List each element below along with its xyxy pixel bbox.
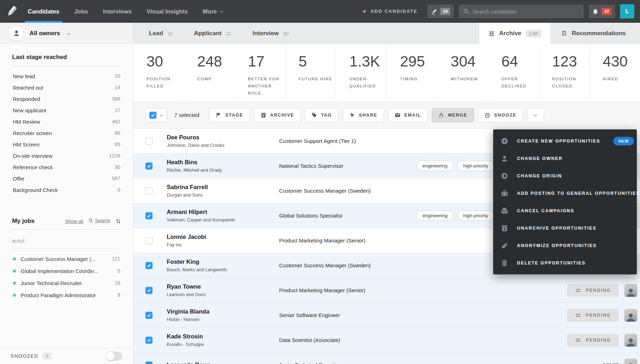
candidate-identity: Ryan Towne Leannon and Sons bbox=[167, 283, 279, 297]
row-checkbox[interactable] bbox=[145, 362, 153, 364]
row-checkbox[interactable] bbox=[145, 312, 153, 319]
pipeline-tab[interactable]: Applicant 11 bbox=[183, 23, 242, 44]
bulk-action-button[interactable]: ARCHIVE bbox=[254, 108, 301, 122]
stat-card[interactable]: 1.3K UNDER-QUALIFIED bbox=[336, 44, 387, 102]
row-checkbox[interactable] bbox=[145, 287, 153, 294]
bulk-action-button[interactable]: EMAIL bbox=[388, 108, 428, 122]
bulk-action-button[interactable]: SHARE bbox=[343, 108, 384, 122]
show-all-link[interactable]: Show all bbox=[65, 219, 83, 224]
stage-count: 398 bbox=[112, 96, 120, 102]
notifications-button[interactable]: 32 bbox=[589, 5, 615, 18]
stat-value: 123 bbox=[552, 53, 587, 70]
candidate-company: Volkman, Casper and Konopelski bbox=[167, 217, 279, 223]
menu-item[interactable]: CREATE NEW OPPORTUNITIES NEW bbox=[493, 132, 637, 150]
row-checkbox[interactable] bbox=[145, 187, 153, 194]
stat-card[interactable]: 430 HIRED bbox=[590, 44, 640, 102]
stage-filter-item[interactable]: Reference check 30 bbox=[12, 161, 121, 173]
stat-card[interactable]: 30 POSITION FILLED bbox=[133, 44, 184, 102]
stage-filter-item[interactable]: Recruiter screen 86 bbox=[12, 127, 121, 139]
select-all-dropdown[interactable] bbox=[145, 108, 167, 122]
person-silhouette-icon bbox=[625, 337, 636, 347]
row-checkbox[interactable] bbox=[145, 337, 153, 344]
pending-badge[interactable]: PENDING bbox=[567, 334, 619, 347]
pending-label: PENDING bbox=[586, 313, 611, 318]
menu-item[interactable]: UNARCHIVE OPPORTUNITIES bbox=[493, 219, 637, 237]
bulk-action-button[interactable]: STAGE bbox=[209, 108, 250, 122]
bulk-action-button[interactable]: TAG bbox=[305, 108, 338, 122]
stat-card[interactable]: 64 OFFER DECLINED bbox=[488, 44, 539, 102]
candidate-position: Customer Success Manager (Sweden) bbox=[279, 188, 404, 194]
row-checkbox[interactable] bbox=[145, 138, 153, 145]
nav-item[interactable]: Jobs bbox=[74, 0, 88, 23]
nav-item[interactable]: Candidates bbox=[28, 0, 59, 23]
nav-item[interactable]: More bbox=[203, 0, 223, 23]
candidate-row[interactable]: Leonardo Rowe Junior Technical Recruiter… bbox=[133, 353, 640, 364]
stat-card[interactable]: 123 POSITION CLOSED bbox=[539, 44, 590, 102]
stat-card[interactable]: 17 BETTER FOR ANOTHER ROLE bbox=[235, 44, 286, 102]
tag-pill[interactable]: engineering bbox=[416, 210, 454, 221]
menu-item[interactable]: CANCEL CAMPAIGNS bbox=[493, 202, 637, 219]
snoozed-toggle[interactable] bbox=[106, 352, 122, 361]
jobs-search-link[interactable]: Search bbox=[89, 218, 110, 223]
stage-filter-item[interactable]: Reached out 14 bbox=[12, 82, 121, 93]
candidate-row[interactable]: Ryan Towne Leannon and Sons Product Mark… bbox=[133, 278, 640, 303]
candidate-position: Junior Technical Recruiter bbox=[279, 362, 404, 364]
row-checkbox[interactable] bbox=[145, 162, 153, 170]
bulk-action-button[interactable]: MERGE bbox=[432, 108, 474, 122]
person-silhouette-icon bbox=[625, 362, 636, 364]
tag-pill[interactable]: high-priority bbox=[457, 161, 495, 171]
user-avatar[interactable]: L bbox=[620, 4, 634, 18]
menu-item[interactable]: ADD POSTING TO GENERAL OPPORTUNITIES bbox=[493, 184, 637, 202]
menu-item[interactable]: ANONYMIZE OPPORTUNITIES bbox=[493, 237, 637, 254]
stage-label: Offer bbox=[13, 176, 25, 182]
stage-filter-item[interactable]: Background Check 0 bbox=[12, 184, 121, 196]
add-candidate-button[interactable]: ADD CANDIDATE bbox=[362, 9, 417, 14]
row-checkbox[interactable] bbox=[145, 237, 153, 244]
search-input[interactable] bbox=[473, 9, 579, 15]
pipeline-tab[interactable]: Lead 11 bbox=[138, 23, 183, 44]
job-filter-item[interactable]: Product Paradigm Administrator 9 bbox=[12, 289, 121, 301]
pipeline-tabs: Lead 11 Applicant 11 Interview 92 bbox=[138, 23, 299, 44]
stage-filter-item[interactable]: On-site interview 1216 bbox=[12, 150, 121, 161]
lever-logo[interactable] bbox=[0, 5, 23, 18]
stage-filter-item[interactable]: HM Screen 65 bbox=[12, 139, 121, 150]
nav-item[interactable]: Interviews bbox=[103, 0, 132, 23]
more-actions-button[interactable] bbox=[527, 108, 544, 122]
bulk-action-button[interactable]: SNOOZE bbox=[478, 108, 523, 122]
stat-card[interactable]: 304 WITHDREW bbox=[438, 44, 489, 102]
tag-pill[interactable]: high-priority bbox=[457, 210, 495, 221]
stat-card[interactable]: 5 FUTURE HIRE bbox=[286, 44, 336, 102]
mine-section-label: MINE bbox=[12, 239, 121, 248]
job-filter-item[interactable]: Global Implementation Coordin... 5 bbox=[12, 265, 121, 277]
row-checkbox[interactable] bbox=[145, 212, 153, 219]
check-icon bbox=[146, 263, 151, 268]
pending-badge[interactable]: PENDING bbox=[567, 284, 619, 297]
stage-filter-item[interactable]: Responded 398 bbox=[12, 93, 121, 105]
menu-item[interactable]: CHANGE OWNER bbox=[493, 150, 637, 167]
tab-recommendations[interactable]: Recommendations bbox=[550, 23, 636, 44]
tag-pill[interactable]: engineering bbox=[416, 161, 454, 171]
stage-filter-item[interactable]: New lead 20 bbox=[12, 70, 121, 82]
tab-archive[interactable]: Archive 2.8K bbox=[479, 23, 550, 44]
menu-item[interactable]: DELETE OPPORTUNITIES bbox=[493, 254, 637, 272]
candidate-row[interactable]: Kade Strosin Kuvalis - Schuppe Data Scie… bbox=[133, 328, 640, 353]
stat-card[interactable]: 295 TIMING bbox=[387, 44, 438, 102]
owner-filter[interactable]: All owners bbox=[0, 23, 133, 44]
menu-item[interactable]: CHANGE ORIGIN bbox=[493, 167, 637, 184]
stage-filter-item[interactable]: New applicant 17 bbox=[12, 105, 121, 116]
stage-filter-item[interactable]: Offer 567 bbox=[12, 173, 121, 184]
job-filter-item[interactable]: Customer Success Manager (... 121 bbox=[12, 253, 121, 265]
select-all-checkbox[interactable] bbox=[149, 112, 156, 119]
stage-filter-item[interactable]: HM Review 462 bbox=[12, 116, 121, 127]
row-checkbox[interactable] bbox=[145, 262, 153, 269]
pipeline-tab[interactable]: Interview 92 bbox=[242, 23, 299, 44]
nav-item[interactable]: Visual Insights bbox=[146, 0, 188, 23]
stage-label: HM Screen bbox=[13, 141, 39, 148]
job-filter-item[interactable]: Junior Technical Recruiter 16 bbox=[12, 277, 121, 289]
pending-badge[interactable]: PENDING bbox=[567, 309, 619, 322]
bulk-edit-button[interactable]: 34 bbox=[427, 5, 454, 18]
pending-label: PENDING bbox=[586, 338, 611, 343]
jobs-sort-button[interactable] bbox=[116, 219, 121, 224]
stat-card[interactable]: 248 COMP bbox=[184, 44, 235, 102]
candidate-row[interactable]: Virginia Blanda Hickle - Hansen Senior S… bbox=[133, 303, 640, 328]
